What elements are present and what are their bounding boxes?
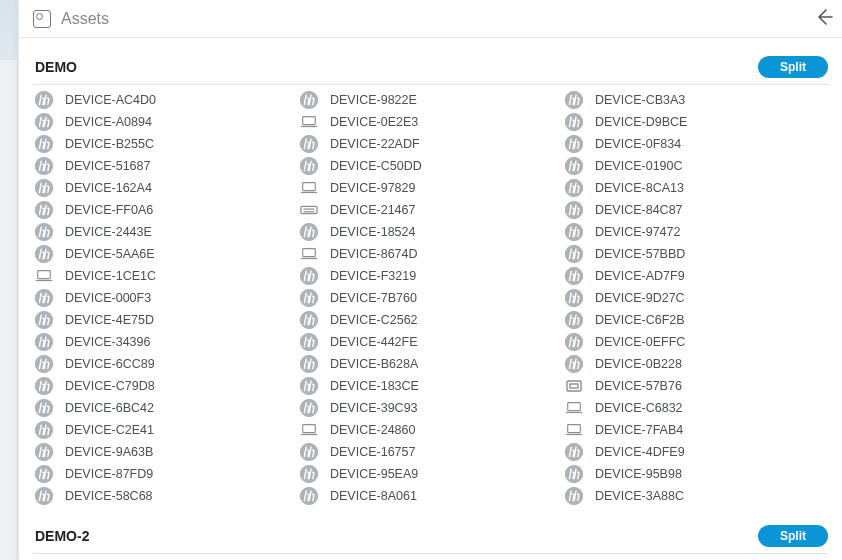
hp-icon <box>565 223 583 241</box>
device-item[interactable]: DEVICE-0EFFC <box>563 331 828 353</box>
device-item[interactable]: DEVICE-58C68 <box>33 485 298 507</box>
device-item[interactable]: DEVICE-8CA13 <box>563 177 828 199</box>
device-label: DEVICE-F3219 <box>330 269 416 283</box>
device-item[interactable]: DEVICE-0F834 <box>563 133 828 155</box>
hp-icon <box>565 113 583 131</box>
device-item[interactable]: DEVICE-183CE <box>298 375 563 397</box>
device-item[interactable]: DEVICE-97829 <box>298 177 563 199</box>
device-item[interactable]: DEVICE-9A63B <box>33 441 298 463</box>
device-item[interactable]: DEVICE-0E2E3 <box>298 111 563 133</box>
device-item[interactable]: DEVICE-6CC89 <box>33 353 298 375</box>
device-label: DEVICE-22ADF <box>330 137 420 151</box>
device-item[interactable]: DEVICE-AC4D0 <box>33 89 298 111</box>
device-item[interactable]: DEVICE-2443E <box>33 221 298 243</box>
device-item[interactable]: DEVICE-39C93 <box>298 397 563 419</box>
laptop-icon <box>565 399 583 417</box>
device-item[interactable]: DEVICE-C2562 <box>298 309 563 331</box>
device-label: DEVICE-57BBD <box>595 247 685 261</box>
device-item[interactable]: DEVICE-21467 <box>298 199 563 221</box>
hp-icon <box>35 201 53 219</box>
device-item[interactable]: DEVICE-5AA6E <box>33 243 298 265</box>
device-item[interactable]: DEVICE-D9BCE <box>563 111 828 133</box>
device-item[interactable]: DEVICE-9822E <box>298 89 563 111</box>
device-item[interactable]: DEVICE-4DFE9 <box>563 441 828 463</box>
device-item[interactable]: DEVICE-51687 <box>33 155 298 177</box>
split-button[interactable]: Split <box>758 56 828 78</box>
device-item[interactable]: DEVICE-A0894 <box>33 111 298 133</box>
group-header: DEMOSplit <box>33 52 828 85</box>
device-item[interactable]: DEVICE-87FD9 <box>33 463 298 485</box>
panel-titlebar: Assets <box>19 0 842 38</box>
device-label: DEVICE-9822E <box>330 93 417 107</box>
device-item[interactable]: DEVICE-97472 <box>563 221 828 243</box>
device-label: DEVICE-C6832 <box>595 401 683 415</box>
device-label: DEVICE-9D27C <box>595 291 685 305</box>
device-item[interactable]: DEVICE-24860 <box>298 419 563 441</box>
device-label: DEVICE-0E2E3 <box>330 115 418 129</box>
device-label: DEVICE-C79D8 <box>65 379 155 393</box>
svg-rect-43 <box>567 381 581 391</box>
device-label: DEVICE-51687 <box>65 159 150 173</box>
device-item[interactable]: DEVICE-C79D8 <box>33 375 298 397</box>
device-item[interactable]: DEVICE-000F3 <box>33 287 298 309</box>
device-item[interactable]: DEVICE-8A061 <box>298 485 563 507</box>
device-item[interactable]: DEVICE-0190C <box>563 155 828 177</box>
device-item[interactable]: DEVICE-95B98 <box>563 463 828 485</box>
device-item[interactable]: DEVICE-AD7F9 <box>563 265 828 287</box>
device-item[interactable]: DEVICE-57B76 <box>563 375 828 397</box>
hp-icon <box>300 377 318 395</box>
device-item[interactable]: DEVICE-3A88C <box>563 485 828 507</box>
device-item[interactable]: DEVICE-F3219 <box>298 265 563 287</box>
device-item[interactable]: DEVICE-34396 <box>33 331 298 353</box>
device-item[interactable]: DEVICE-57BBD <box>563 243 828 265</box>
hp-icon <box>300 223 318 241</box>
asset-group: DEMOSplit DEVICE-AC4D0 DEVICE-9822E DEVI… <box>33 38 828 507</box>
device-grid: DEVICE-AC4D0 DEVICE-9822E DEVICE-CB3A3 D… <box>33 85 828 507</box>
device-item[interactable]: DEVICE-C6832 <box>563 397 828 419</box>
device-label: DEVICE-C50DD <box>330 159 422 173</box>
hp-icon <box>300 487 318 505</box>
device-label: DEVICE-4E75D <box>65 313 154 327</box>
hp-icon <box>35 333 53 351</box>
device-item[interactable]: DEVICE-7FAB4 <box>563 419 828 441</box>
device-label: DEVICE-D9BCE <box>595 115 687 129</box>
device-item[interactable]: DEVICE-84C87 <box>563 199 828 221</box>
device-item[interactable]: DEVICE-162A4 <box>33 177 298 199</box>
group-header: DEMO-2Split <box>33 521 828 554</box>
split-button[interactable]: Split <box>758 525 828 547</box>
hp-icon <box>300 157 318 175</box>
device-label: DEVICE-B628A <box>330 357 418 371</box>
device-item[interactable]: DEVICE-0B228 <box>563 353 828 375</box>
device-item[interactable]: DEVICE-7B760 <box>298 287 563 309</box>
device-item[interactable]: DEVICE-8674D <box>298 243 563 265</box>
hp-icon <box>35 443 53 461</box>
assets-content[interactable]: DEMOSplit DEVICE-AC4D0 DEVICE-9822E DEVI… <box>19 38 842 560</box>
device-label: DEVICE-7FAB4 <box>595 423 683 437</box>
hp-icon <box>35 157 53 175</box>
device-item[interactable]: DEVICE-442FE <box>298 331 563 353</box>
device-label: DEVICE-000F3 <box>65 291 151 305</box>
device-item[interactable]: DEVICE-CB3A3 <box>563 89 828 111</box>
device-item[interactable]: DEVICE-B255C <box>33 133 298 155</box>
device-item[interactable]: DEVICE-22ADF <box>298 133 563 155</box>
device-item[interactable]: DEVICE-4E75D <box>33 309 298 331</box>
device-item[interactable]: DEVICE-C6F2B <box>563 309 828 331</box>
device-label: DEVICE-0190C <box>595 159 683 173</box>
device-item[interactable]: DEVICE-95EA9 <box>298 463 563 485</box>
device-item[interactable]: DEVICE-C2E41 <box>33 419 298 441</box>
device-label: DEVICE-3A88C <box>595 489 684 503</box>
back-arrow-icon[interactable] <box>814 7 834 31</box>
device-item[interactable]: DEVICE-18524 <box>298 221 563 243</box>
device-item[interactable]: DEVICE-9D27C <box>563 287 828 309</box>
device-item[interactable]: DEVICE-C50DD <box>298 155 563 177</box>
device-label: DEVICE-B255C <box>65 137 154 151</box>
hp-icon <box>35 355 53 373</box>
device-item[interactable]: DEVICE-B628A <box>298 353 563 375</box>
device-item[interactable]: DEVICE-1CE1C <box>33 265 298 287</box>
laptop-icon <box>300 113 318 131</box>
device-item[interactable]: DEVICE-FF0A6 <box>33 199 298 221</box>
device-item[interactable]: DEVICE-6BC42 <box>33 397 298 419</box>
svg-rect-4 <box>303 117 316 125</box>
assets-icon <box>33 10 51 28</box>
device-item[interactable]: DEVICE-16757 <box>298 441 563 463</box>
